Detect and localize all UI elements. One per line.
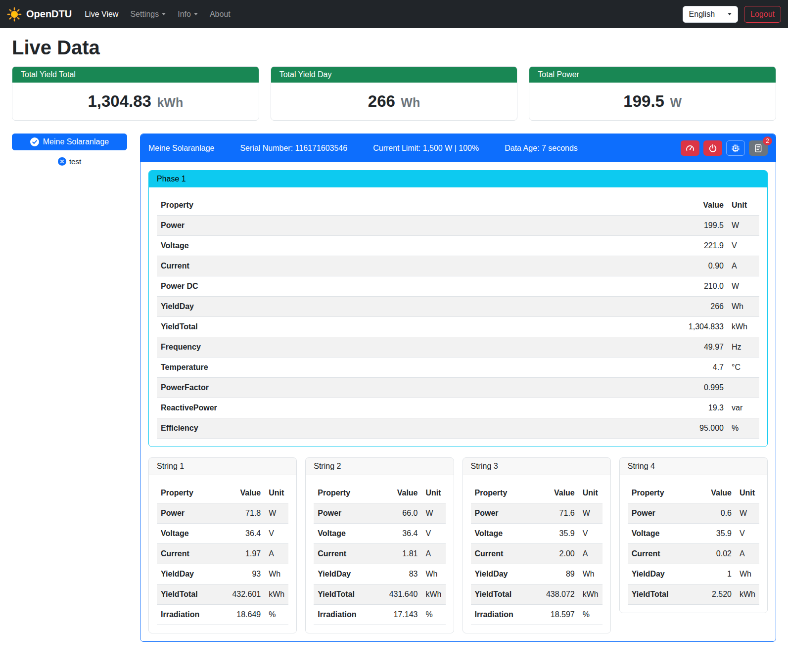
value-cell: 66.0 <box>383 503 422 524</box>
table-row: YieldTotal 2.520 kWh <box>628 584 759 605</box>
unit-cell: V <box>422 524 446 544</box>
property-cell: Current <box>157 256 663 276</box>
unit-cell: Hz <box>728 337 759 358</box>
property-cell: Current <box>471 544 540 564</box>
total-yield-total-card: Total Yield Total 1,304.83 kWh <box>12 66 259 121</box>
table-header-row: Property Value Unit <box>314 483 445 503</box>
unit-cell: var <box>728 398 759 418</box>
value-cell: 210.0 <box>663 276 728 297</box>
table-row: YieldTotal 431.640 kWh <box>314 584 445 605</box>
table-row: YieldDay 83 Wh <box>314 564 445 584</box>
card-body: 199.5 W <box>529 83 776 120</box>
value-cell: 431.640 <box>383 584 422 605</box>
page-title: Live Data <box>12 37 776 59</box>
unit-cell: % <box>728 418 759 439</box>
inverter-sidebar: Meine Solaranlage test <box>12 134 127 166</box>
value-cell: 71.8 <box>226 503 265 524</box>
value-header: Value <box>226 483 265 503</box>
unit-cell: % <box>579 605 603 625</box>
language-select[interactable]: English <box>683 6 738 23</box>
nav-item-about[interactable]: About <box>206 6 234 23</box>
value-cell: 432.601 <box>226 584 265 605</box>
card-value: 199.5 <box>623 92 664 110</box>
unit-cell: W <box>265 503 288 524</box>
property-cell: Power <box>471 503 540 524</box>
property-cell: PowerFactor <box>157 378 663 398</box>
value-cell: 93 <box>226 564 265 584</box>
unit-cell: V <box>265 524 288 544</box>
limit-settings-button[interactable] <box>681 140 699 156</box>
strings-row: String 1 Property Value Unit <box>148 457 768 633</box>
brand-name: OpenDTU <box>26 8 72 20</box>
unit-cell: W <box>579 503 603 524</box>
table-row: Power 71.8 W <box>157 503 288 524</box>
logout-button[interactable]: Logout <box>744 6 781 23</box>
property-cell: ReactivePower <box>157 398 663 418</box>
unit-cell: V <box>579 524 603 544</box>
property-cell: Irradiation <box>314 605 383 625</box>
card-body: 266 Wh <box>271 83 517 120</box>
table-row: Power 0.6 W <box>628 503 759 524</box>
inverter-serial: Serial Number: 116171603546 <box>240 144 347 153</box>
unit-cell: A <box>579 544 603 564</box>
property-header: Property <box>157 483 226 503</box>
table-row: Temperature 4.7 °C <box>157 358 759 378</box>
sidebar-item-meine-solaranlage[interactable]: Meine Solaranlage <box>12 134 127 150</box>
property-cell: Power <box>157 216 663 236</box>
value-cell: 35.9 <box>540 524 579 544</box>
table-row: Current 2.00 A <box>471 544 603 564</box>
property-header: Property <box>628 483 697 503</box>
value-header: Value <box>540 483 579 503</box>
table-row: YieldDay 93 Wh <box>157 564 288 584</box>
unit-cell: kWh <box>579 584 603 605</box>
value-cell: 35.9 <box>697 524 736 544</box>
property-header: Property <box>471 483 540 503</box>
property-header: Property <box>314 483 383 503</box>
table-row: Power DC 210.0 W <box>157 276 759 297</box>
string-4-table: Property Value Unit Power <box>628 483 759 605</box>
unit-cell: A <box>422 544 446 564</box>
value-header: Value <box>663 195 728 216</box>
sidebar-item-test[interactable]: test <box>12 157 127 166</box>
table-row: Power 66.0 W <box>314 503 445 524</box>
unit-cell: Wh <box>579 564 603 584</box>
string-3-table: Property Value Unit Power <box>471 483 603 625</box>
property-cell: YieldTotal <box>628 584 697 605</box>
brand-link[interactable]: OpenDTU <box>7 7 72 22</box>
property-cell: YieldDay <box>157 564 226 584</box>
value-cell: 438.072 <box>540 584 579 605</box>
power-button[interactable] <box>703 140 722 156</box>
string-3-card: String 3 Property Value Unit <box>463 457 611 633</box>
table-row: Voltage 35.9 V <box>471 524 603 544</box>
unit-header: Unit <box>265 483 288 503</box>
phase-title: Phase 1 <box>149 171 767 187</box>
value-cell: 0.995 <box>663 378 728 398</box>
table-row: Current 1.97 A <box>157 544 288 564</box>
inverter-card: Meine Solaranlage Serial Number: 1161716… <box>140 134 776 642</box>
nav-item-info[interactable]: Info <box>174 6 202 23</box>
device-info-button[interactable] <box>726 140 745 156</box>
table-row: Voltage 221.9 V <box>157 236 759 256</box>
string-title: String 3 <box>463 458 610 475</box>
value-cell: 36.4 <box>383 524 422 544</box>
property-cell: YieldDay <box>471 564 540 584</box>
value-cell: 36.4 <box>226 524 265 544</box>
property-cell: YieldTotal <box>157 584 226 605</box>
property-cell: Efficiency <box>157 418 663 439</box>
value-cell: 83 <box>383 564 422 584</box>
event-log-button[interactable]: 2 <box>749 140 768 156</box>
value-header: Value <box>383 483 422 503</box>
table-row: YieldDay 1 Wh <box>628 564 759 584</box>
unit-cell: Wh <box>422 564 446 584</box>
nav-item-live-view[interactable]: Live View <box>81 6 122 23</box>
nav-item-settings[interactable]: Settings <box>126 6 170 23</box>
string-title: String 1 <box>149 458 296 475</box>
power-icon <box>708 144 717 153</box>
property-cell: Current <box>314 544 383 564</box>
string-body: Property Value Unit Power <box>149 475 296 633</box>
card-value: 266 <box>368 92 395 110</box>
language-value: English <box>689 10 715 19</box>
table-header-row: Property Value Unit <box>157 483 288 503</box>
property-cell: YieldDay <box>628 564 697 584</box>
unit-cell: W <box>736 503 759 524</box>
